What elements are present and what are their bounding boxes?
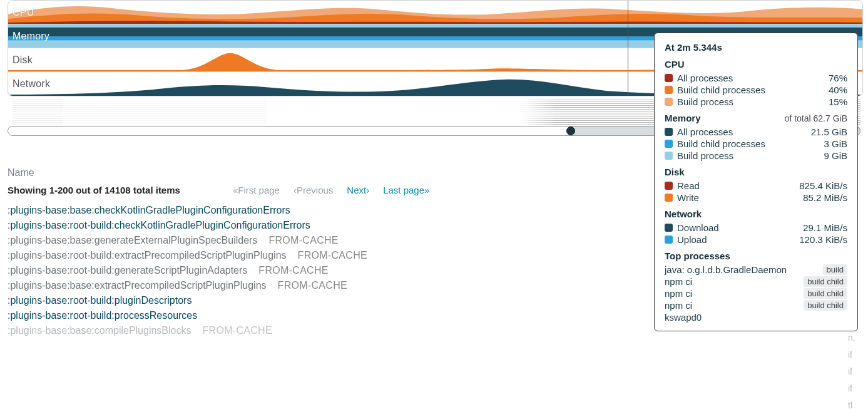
process-name: npm ci — [665, 276, 804, 287]
task-name: :plugins-base:base:extractPrecompiledScr… — [8, 280, 267, 291]
swatch — [665, 194, 673, 202]
task-name: :plugins-base:base:compilePluginsBlocks — [8, 325, 191, 336]
tt-head-memory: Memory of total 62.7 GiB — [665, 113, 847, 123]
metric-row: Build child processes3 GiB — [665, 138, 847, 150]
pager-first[interactable]: «First page — [233, 185, 280, 195]
chart-label-cpu: CPU — [11, 7, 35, 18]
metric-value: 9 GiB — [824, 150, 847, 161]
metric-value: 29.1 MiB/s — [803, 222, 847, 233]
metric-label: Build process — [677, 96, 829, 107]
metric-value: 40% — [829, 85, 847, 95]
metric-row: Write85.2 MiB/s — [665, 192, 847, 204]
metric-label: Build child processes — [677, 138, 824, 149]
swatch — [665, 128, 673, 136]
task-cache-status: FROM-CACHE — [258, 265, 328, 276]
task-name: :plugins-base:base:checkKotlinGradlePlug… — [8, 205, 290, 215]
process-tag: build — [823, 264, 847, 275]
process-tag: build child — [804, 288, 847, 299]
metric-row: Upload120.3 KiB/s — [665, 234, 847, 246]
metric-label: Build process — [677, 150, 824, 161]
metrics-tooltip: At 2m 5.344s CPU All processes76%Build c… — [654, 33, 858, 331]
top-process-row: java: o.g.l.d.b.GradleDaemonbuild — [665, 264, 847, 276]
task-name: :plugins-base:root-build:processResource… — [8, 310, 197, 321]
task-name: :plugins-base:base:generateExternalPlugi… — [8, 235, 257, 246]
metric-row: Build child processes40% — [665, 84, 847, 96]
metric-row: All processes76% — [665, 72, 847, 84]
cpu-sparkline — [8, 1, 862, 24]
swatch — [665, 152, 673, 160]
task-name: :plugins-base:root-build:extractPrecompi… — [8, 250, 287, 261]
metric-label: Read — [677, 180, 799, 191]
swatch — [665, 182, 673, 190]
metric-row: Build process15% — [665, 96, 847, 108]
swatch — [665, 140, 673, 148]
chart-marker — [628, 24, 628, 48]
metric-value: 85.2 MiB/s — [803, 192, 847, 203]
tt-head-network: Network — [665, 209, 847, 219]
swatch — [665, 224, 673, 232]
top-process-row: npm cibuild child — [665, 276, 847, 287]
task-cache-status: FROM-CACHE — [268, 235, 338, 246]
top-process-row: kswapd0 — [665, 311, 847, 323]
process-tag: build child — [804, 276, 847, 287]
metric-label: Write — [677, 192, 803, 203]
process-tag: build child — [804, 300, 847, 311]
metric-value: 825.4 KiB/s — [799, 180, 847, 191]
metric-value: 76% — [829, 73, 847, 83]
metric-row: Read825.4 KiB/s — [665, 180, 847, 192]
top-process-row: npm cibuild child — [665, 299, 847, 311]
task-name: :plugins-base:root-build:generateScriptP… — [8, 265, 247, 276]
chart-marker — [628, 1, 628, 24]
swatch — [665, 74, 673, 82]
metric-row: All processes21.5 GiB — [665, 126, 847, 138]
chart-label-memory: Memory — [11, 31, 51, 42]
pager-last[interactable]: Last page» — [383, 185, 429, 195]
tt-head-cpu: CPU — [665, 59, 847, 70]
metric-value: 15% — [829, 96, 847, 107]
swatch — [665, 86, 673, 94]
metric-label: All processes — [677, 73, 829, 83]
process-name: npm ci — [665, 288, 804, 299]
process-name: java: o.g.l.d.b.GradleDaemon — [665, 264, 823, 275]
process-name: kswapd0 — [665, 312, 847, 323]
task-name: :plugins-base:root-build:checkKotlinGrad… — [8, 220, 310, 230]
task-name: :plugins-base:root-build:pluginDescripto… — [8, 295, 191, 306]
task-cache-status: FROM-CACHE — [278, 280, 347, 291]
metric-row: Download29.1 MiB/s — [665, 222, 847, 234]
chart-row-cpu[interactable]: CPU — [8, 1, 862, 24]
pager-summary: Showing 1-200 out of 14108 total items — [8, 185, 180, 195]
metric-label: Upload — [677, 234, 799, 245]
task-cache-status: FROM-CACHE — [203, 325, 272, 336]
chart-label-disk: Disk — [11, 54, 34, 66]
top-process-row: npm cibuild child — [665, 287, 847, 299]
task-cache-status: FROM-CACHE — [298, 250, 367, 261]
scrub-handle[interactable] — [566, 127, 575, 135]
process-name: npm ci — [665, 300, 804, 311]
tt-head-top: Top processes — [665, 251, 847, 261]
chart-label-network: Network — [11, 78, 51, 90]
metric-label: Download — [677, 222, 803, 233]
swatch — [665, 236, 673, 244]
chart-marker — [628, 72, 628, 96]
pager-prev[interactable]: ‹Previous — [294, 185, 333, 195]
metric-value: 3 GiB — [824, 138, 847, 149]
chart-marker — [628, 48, 628, 71]
pager-next[interactable]: Next› — [347, 185, 369, 195]
metric-label: Build child processes — [677, 85, 829, 95]
tt-head-disk: Disk — [665, 167, 847, 177]
metric-label: All processes — [677, 127, 811, 137]
metric-value: 120.3 KiB/s — [799, 234, 847, 245]
metric-value: 21.5 GiB — [811, 127, 847, 137]
tooltip-title: At 2m 5.344s — [665, 42, 847, 53]
swatch — [665, 98, 673, 106]
metric-row: Build process9 GiB — [665, 150, 847, 162]
